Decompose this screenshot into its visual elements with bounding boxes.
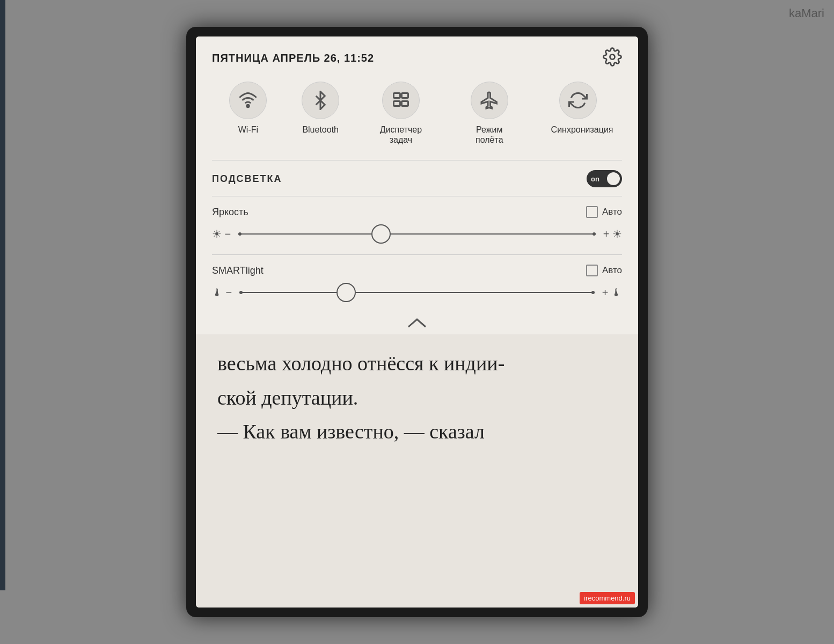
brightness-high-icon: + ☀ xyxy=(603,228,622,240)
flight-mode-label: Режим полёта xyxy=(463,125,516,145)
task-manager-toggle[interactable]: Диспетчер задач xyxy=(374,82,428,145)
sync-label: Синхронизация xyxy=(551,125,605,135)
brightness-track xyxy=(238,233,596,235)
collapse-button[interactable] xyxy=(212,313,622,334)
svg-rect-3 xyxy=(401,93,408,98)
smartlight-name: SMARTlight xyxy=(212,265,264,276)
bluetooth-label: Bluetooth xyxy=(302,125,339,135)
task-manager-label: Диспетчер задач xyxy=(374,125,428,145)
book-line-1: весьма холодно отнёсся к индии- xyxy=(217,349,617,378)
smartlight-auto[interactable]: Авто xyxy=(586,265,622,276)
sync-toggle[interactable]: Синхронизация xyxy=(551,82,605,145)
smartlight-auto-checkbox[interactable] xyxy=(586,265,598,276)
settings-button[interactable] xyxy=(603,47,622,69)
smartlight-high-icon: + 🌡 xyxy=(602,287,622,299)
datetime: ПЯТНИЦА АПРЕЛЬ 26, 11:52 xyxy=(212,52,374,64)
svg-point-0 xyxy=(610,55,615,60)
brightness-track-left-dot xyxy=(238,232,242,236)
bluetooth-icon-circle xyxy=(302,82,339,119)
backlight-label: ПОДСВЕТКА xyxy=(212,173,282,185)
recommend-logo: irecommend.ru xyxy=(580,592,635,604)
svg-rect-4 xyxy=(393,101,400,106)
backlight-toggle-switch[interactable]: on xyxy=(587,170,622,187)
wifi-label: Wi-Fi xyxy=(238,125,258,135)
device-cover xyxy=(0,0,5,590)
backlight-row: ПОДСВЕТКА on xyxy=(212,170,622,187)
brightness-header: Яркость Авто xyxy=(212,206,622,218)
wifi-toggle[interactable]: Wi-Fi xyxy=(229,82,267,145)
divider-2 xyxy=(212,196,622,196)
quick-toggles: Wi-Fi Bluetooth xyxy=(212,82,622,145)
brightness-auto-label: Авто xyxy=(602,207,622,217)
header: ПЯТНИЦА АПРЕЛЬ 26, 11:52 xyxy=(212,47,622,69)
brightness-slider[interactable] xyxy=(238,224,596,244)
task-icon-circle xyxy=(382,82,420,119)
screen: ПЯТНИЦА АПРЕЛЬ 26, 11:52 xyxy=(196,36,638,608)
smartlight-slider-row: 🌡 − + 🌡 xyxy=(212,283,622,302)
brightness-section: Яркость Авто ☀ − xyxy=(212,206,622,244)
smartlight-track-right-dot xyxy=(591,291,595,294)
toggle-knob xyxy=(607,172,620,185)
svg-point-1 xyxy=(247,105,250,107)
smartlight-header: SMARTlight Авто xyxy=(212,265,622,276)
smartlight-auto-label: Авто xyxy=(602,265,622,276)
toggle-on-label: on xyxy=(591,175,599,183)
smartlight-low-icon: 🌡 − xyxy=(212,287,232,299)
brightness-auto[interactable]: Авто xyxy=(586,206,622,218)
divider-3 xyxy=(212,254,622,255)
book-line-2: ской депутации. xyxy=(217,384,617,412)
svg-rect-2 xyxy=(393,93,400,98)
brightness-auto-checkbox[interactable] xyxy=(586,206,598,218)
smartlight-thumb[interactable] xyxy=(336,283,356,302)
book-line-3: — Как вам известно, — сказал xyxy=(217,418,617,446)
watermark: kaMari xyxy=(789,6,824,20)
smartlight-track xyxy=(239,292,595,293)
svg-rect-5 xyxy=(401,101,408,106)
flight-mode-toggle[interactable]: Режим полёта xyxy=(463,82,516,145)
brightness-track-right-dot xyxy=(592,232,596,236)
book-text-area: весьма холодно отнёсся к индии- ской деп… xyxy=(196,334,638,608)
wifi-icon-circle xyxy=(229,82,267,119)
sync-icon-circle xyxy=(559,82,597,119)
brightness-thumb[interactable] xyxy=(371,224,391,244)
smartlight-slider[interactable] xyxy=(239,283,595,302)
brightness-slider-row: ☀ − + ☀ xyxy=(212,224,622,244)
plane-icon-circle xyxy=(471,82,508,119)
settings-panel: ПЯТНИЦА АПРЕЛЬ 26, 11:52 xyxy=(196,36,638,334)
device-frame: ПЯТНИЦА АПРЕЛЬ 26, 11:52 xyxy=(186,27,648,617)
brightness-low-icon: ☀ − xyxy=(212,228,231,240)
bluetooth-toggle[interactable]: Bluetooth xyxy=(302,82,339,145)
smartlight-track-left-dot xyxy=(239,291,243,294)
smartlight-section: SMARTlight Авто 🌡 − xyxy=(212,265,622,302)
brightness-name: Яркость xyxy=(212,207,248,218)
divider-1 xyxy=(212,160,622,160)
